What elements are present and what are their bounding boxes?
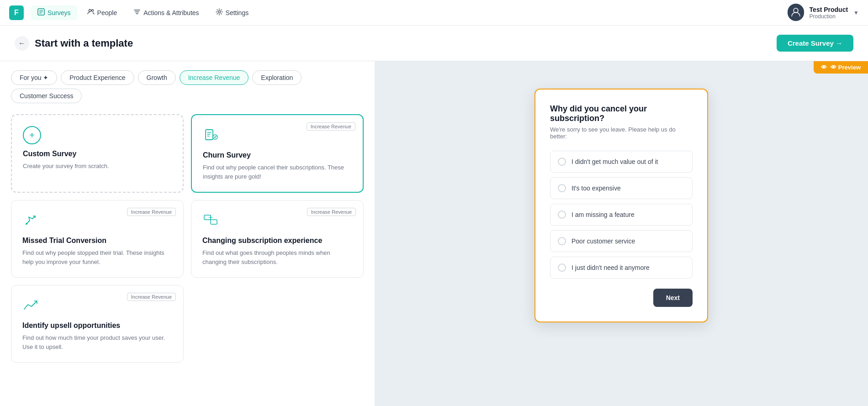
tab-growth-label: Growth	[147, 74, 167, 81]
tab-customer-success-label: Customer Success	[20, 92, 73, 100]
tab-for-you[interactable]: For you ✦	[11, 70, 57, 85]
card-custom-survey[interactable]: + Custom Survey Create your survey from …	[11, 114, 184, 193]
tab-exploration[interactable]: Exploration	[252, 70, 302, 85]
svg-point-5	[91, 10, 93, 11]
option-4[interactable]: Poor customer service	[550, 230, 693, 252]
card-changing-subscription[interactable]: Increase Revenue Changing subscription e…	[191, 200, 364, 278]
plus-icon: +	[23, 126, 41, 144]
radio-circle-1	[558, 158, 566, 166]
card-changing-subscription-desc: Find out what goes through peoples minds…	[202, 248, 352, 266]
radio-circle-2	[558, 184, 566, 192]
page-header: ← Start with a template Create Survey →	[0, 26, 868, 61]
survey-preview-title: Why did you cancel your subscription?	[550, 104, 693, 123]
nav-people[interactable]: People	[81, 5, 124, 20]
card-churn-survey[interactable]: Increase Revenue Churn Survey Find out w…	[191, 114, 364, 193]
card-changing-subscription-title: Changing subscription experience	[202, 237, 352, 245]
topnav-right: Test Product Production ▼	[788, 5, 859, 21]
option-2[interactable]: It's too expensive	[550, 177, 693, 199]
card-churn-survey-title: Churn Survey	[203, 151, 352, 159]
svg-rect-12	[211, 220, 217, 224]
card-missed-trial-desc: Find out why people stopped their trial.…	[22, 248, 172, 266]
product-info: Test Product Production	[810, 6, 848, 20]
avatar-text	[788, 4, 804, 21]
option-3[interactable]: I am missing a feature	[550, 204, 693, 226]
card-missed-trial[interactable]: Increase Revenue Missed Trial Conversion…	[11, 200, 184, 278]
survey-preview-card: Why did you cancel your subscription? We…	[535, 89, 708, 322]
tab-increase-revenue-label: Increase Revenue	[188, 74, 240, 81]
nav-surveys-label: Surveys	[48, 9, 71, 16]
tab-product-experience[interactable]: Product Experience	[61, 70, 134, 85]
survey-preview-subtitle: We're sorry to see you leave. Please hel…	[550, 126, 693, 140]
card-custom-survey-title: Custom Survey	[23, 150, 172, 158]
preview-eye-icon: 👁	[821, 64, 827, 71]
logo: F	[9, 5, 24, 20]
right-panel: 👁 👁 Preview Why did you cancel your subs…	[375, 61, 868, 406]
radio-circle-5	[558, 264, 566, 272]
filter-tabs: For you ✦ Product Experience Growth Incr…	[0, 61, 375, 111]
tab-exploration-label: Exploration	[261, 74, 293, 81]
nav-actions[interactable]: Actions & Attributes	[127, 5, 205, 20]
topnav: F Surveys People Actions & Attributes Se…	[0, 0, 868, 26]
back-button[interactable]: ←	[15, 36, 29, 51]
card-churn-survey-desc: Find out why people cancel their subscri…	[203, 163, 352, 181]
card-missed-trial-title: Missed Trial Conversion	[22, 237, 172, 245]
create-survey-button[interactable]: Create Survey →	[777, 35, 853, 52]
nav-people-label: People	[97, 9, 117, 16]
tab-for-you-label: For you ✦	[20, 74, 48, 81]
option-5[interactable]: I just didn't need it anymore	[550, 257, 693, 279]
card-identify-upsell-title: Identify upsell opportunities	[22, 322, 172, 330]
option-4-label: Poor customer service	[572, 237, 635, 245]
tab-customer-success[interactable]: Customer Success	[11, 89, 82, 103]
nav-settings-label: Settings	[226, 9, 249, 16]
next-button[interactable]: Next	[653, 289, 693, 307]
page-title: Start with a template	[35, 37, 133, 49]
people-icon	[87, 8, 95, 17]
card-missed-trial-badge: Increase Revenue	[127, 208, 176, 216]
chevron-down-icon[interactable]: ▼	[853, 10, 859, 16]
option-2-label: It's too expensive	[572, 185, 621, 192]
card-identify-upsell[interactable]: Increase Revenue Identify upsell opportu…	[11, 285, 184, 363]
card-custom-survey-desc: Create your survey from scratch.	[23, 162, 172, 171]
svg-point-7	[788, 4, 804, 20]
next-button-label: Next	[666, 294, 680, 301]
option-5-label: I just didn't need it anymore	[572, 264, 650, 271]
option-3-label: I am missing a feature	[572, 211, 635, 218]
radio-circle-4	[558, 237, 566, 245]
svg-point-4	[89, 9, 91, 11]
option-1-label: I didn't get much value out of it	[572, 158, 658, 165]
product-env: Production	[810, 13, 848, 20]
avatar[interactable]	[788, 5, 804, 21]
filter-icon	[133, 8, 141, 17]
product-name: Test Product	[810, 6, 848, 13]
card-identify-upsell-badge: Increase Revenue	[127, 293, 176, 301]
preview-label: 👁 Preview	[831, 64, 861, 71]
svg-point-6	[218, 11, 220, 13]
tab-growth[interactable]: Growth	[138, 70, 176, 85]
option-1[interactable]: I didn't get much value out of it	[550, 151, 693, 173]
nav-settings[interactable]: Settings	[209, 5, 255, 20]
radio-circle-3	[558, 211, 566, 219]
tab-increase-revenue[interactable]: Increase Revenue	[180, 70, 249, 85]
left-panel: For you ✦ Product Experience Growth Incr…	[0, 61, 375, 406]
create-survey-label: Create Survey →	[788, 39, 842, 47]
cards-grid: + Custom Survey Create your survey from …	[0, 111, 375, 374]
preview-badge: 👁 👁 Preview	[814, 61, 868, 74]
svg-rect-8	[206, 130, 213, 140]
page-header-left: ← Start with a template	[15, 36, 133, 51]
card-changing-subscription-badge: Increase Revenue	[307, 208, 356, 216]
card-identify-upsell-desc: Find out how much time your product save…	[22, 333, 172, 351]
card-churn-survey-badge: Increase Revenue	[307, 122, 355, 131]
surveys-icon	[37, 8, 45, 17]
nav-surveys[interactable]: Surveys	[31, 5, 77, 20]
nav-actions-label: Actions & Attributes	[143, 9, 199, 16]
settings-icon	[216, 8, 223, 17]
svg-point-10	[26, 223, 27, 225]
tab-product-experience-label: Product Experience	[69, 74, 125, 81]
main-layout: For you ✦ Product Experience Growth Incr…	[0, 61, 868, 406]
